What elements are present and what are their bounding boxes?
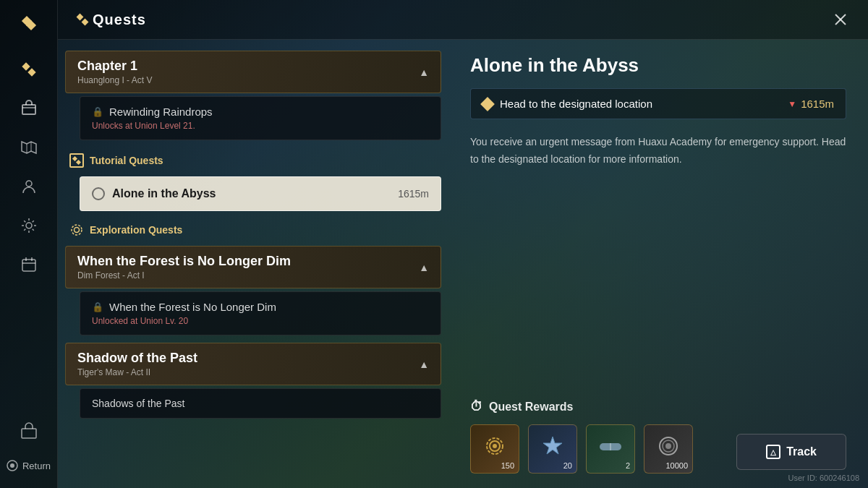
quest-item-alone-abyss[interactable]: Alone in the Abyss 1615m: [80, 176, 441, 211]
chapter-info-shadow: Shadow of the Past Tiger's Maw - Act II: [77, 351, 419, 377]
quest-item-shadows-past[interactable]: Shadows of the Past: [80, 388, 441, 419]
svg-marker-29: [543, 437, 562, 454]
chapter-group-shadow: Shadow of the Past Tiger's Maw - Act II …: [65, 343, 441, 419]
svg-rect-11: [22, 260, 35, 271]
svg-point-28: [493, 444, 497, 448]
sidebar-logo: [13, 7, 45, 39]
lock-icon-forest: 🔒: [92, 301, 103, 312]
distance-arrow-icon: ▼: [788, 99, 796, 109]
header-title: Quests: [93, 12, 146, 28]
svg-rect-4: [22, 105, 35, 114]
svg-rect-2: [22, 62, 30, 70]
header-gem-icon: [72, 9, 93, 30]
track-button[interactable]: △ Track: [736, 434, 846, 470]
reward-icon-2: [598, 437, 623, 460]
track-button-icon: △: [766, 445, 780, 459]
sidebar-item-guild[interactable]: [13, 93, 45, 124]
sidebar-item-character[interactable]: [13, 171, 45, 202]
quest-name-alone-abyss: Alone in the Abyss: [112, 187, 216, 200]
sidebar-item-events[interactable]: [13, 249, 45, 281]
svg-point-17: [10, 463, 14, 468]
quest-list-panel: Chapter 1 Huanglong I - Act V ▲ 🔒 Rewind…: [58, 40, 448, 488]
close-button[interactable]: [827, 7, 854, 33]
chapter-group-1: Chapter 1 Huanglong I - Act V ▲ 🔒 Rewind…: [65, 51, 441, 140]
quest-detail-panel: Alone in the Abyss Head to the designate…: [448, 40, 868, 488]
quest-name-shadows-past: Shadows of the Past: [92, 398, 184, 409]
return-button[interactable]: Return: [1, 454, 56, 477]
quest-distance-alone-abyss: 1615m: [398, 188, 429, 200]
svg-rect-23: [76, 160, 81, 165]
reward-item-3: 10000: [644, 424, 693, 474]
chapter-header-shadow[interactable]: Shadow of the Past Tiger's Maw - Act II …: [65, 343, 441, 385]
objective-distance-value: 1615m: [801, 98, 834, 110]
main-content: Chapter 1 Huanglong I - Act V ▲ 🔒 Rewind…: [58, 40, 868, 488]
exploration-section-icon: [69, 223, 84, 237]
svg-rect-3: [27, 68, 35, 76]
svg-rect-18: [77, 14, 84, 21]
reward-icon-1: [540, 434, 565, 463]
tutorial-section-icon: [69, 153, 84, 168]
quest-detail-title: Alone in the Abyss: [470, 54, 846, 77]
chapter-subtitle-forest: Dim Forest - Act I: [77, 270, 419, 281]
tutorial-section-label-text: Tutorial Quests: [90, 155, 163, 166]
chapter-subtitle-1: Huanglong I - Act V: [77, 75, 419, 85]
lock-icon-1: 🔒: [92, 106, 103, 117]
quest-circle-icon-abyss: [92, 187, 105, 200]
chapter-header-forest[interactable]: When the Forest is No Longer Dim Dim For…: [65, 246, 441, 288]
svg-point-10: [26, 223, 32, 228]
reward-icon-3: [656, 434, 681, 463]
user-id-display: User ID: 600246108: [788, 474, 859, 482]
exploration-quests-section-label: Exploration Quests: [65, 217, 441, 243]
reward-icon-0: [482, 434, 507, 463]
reward-count-3: 10000: [665, 461, 688, 470]
quest-name-rewinding-raindrops: Rewinding Raindrops: [109, 106, 213, 118]
track-button-label: Track: [786, 445, 817, 458]
svg-point-9: [26, 181, 32, 187]
reward-count-1: 20: [563, 461, 572, 470]
sidebar-item-settings[interactable]: [13, 210, 45, 241]
quest-objective-bar: Head to the designated location ▼ 1615m: [470, 88, 846, 119]
chapter-chevron-1: ▲: [419, 67, 429, 78]
sidebar-item-inventory[interactable]: [13, 415, 45, 447]
svg-rect-19: [82, 19, 89, 26]
chapter-title-forest: When the Forest is No Longer Dim: [77, 254, 419, 269]
sidebar-bottom: Return: [0, 415, 57, 488]
svg-point-25: [72, 225, 82, 235]
quest-unlock-forest-dim: Unlocked at Union Lv. 20: [92, 316, 429, 326]
objective-diamond-icon: [480, 97, 495, 111]
chapter-chevron-shadow: ▲: [419, 359, 429, 370]
svg-rect-22: [72, 156, 77, 161]
chapter-info-1: Chapter 1 Huanglong I - Act V: [77, 59, 419, 85]
quest-item-forest-dim[interactable]: 🔒 When the Forest is No Longer Dim Unloc…: [80, 291, 441, 335]
chapter-chevron-forest: ▲: [419, 262, 429, 273]
reward-count-2: 2: [626, 461, 630, 470]
quest-objective-distance: ▼ 1615m: [788, 98, 834, 110]
return-label: Return: [22, 461, 51, 471]
svg-marker-6: [22, 142, 36, 153]
chapter-info-forest: When the Forest is No Longer Dim Dim For…: [77, 254, 419, 281]
svg-point-34: [665, 443, 671, 449]
reward-item-1: 20: [528, 424, 577, 474]
chapter-title-shadow: Shadow of the Past: [77, 351, 419, 366]
sidebar: Return: [0, 0, 58, 488]
chapter-title-1: Chapter 1: [77, 59, 419, 74]
tutorial-quests-section-label: Tutorial Quests: [65, 147, 441, 174]
rewards-icon: ⏱: [470, 399, 483, 414]
quest-detail-description: You receive an urgent message from Huaxu…: [470, 134, 846, 168]
quest-name-forest-dim: When the Forest is No Longer Dim: [109, 301, 276, 313]
reward-count-0: 150: [501, 461, 514, 470]
chapter-header-1[interactable]: Chapter 1 Huanglong I - Act V ▲: [65, 51, 441, 93]
quest-objective-text: Head to the designated location: [500, 98, 652, 110]
quest-unlock-rewinding-raindrops: Unlocks at Union Level 21.: [92, 121, 429, 131]
chapter-subtitle-shadow: Tiger's Maw - Act II: [77, 367, 419, 377]
rewards-title-text: Quest Rewards: [489, 401, 573, 414]
svg-rect-15: [22, 429, 36, 438]
quest-item-rewinding-raindrops[interactable]: 🔒 Rewinding Raindrops Unlocks at Union L…: [80, 96, 441, 140]
exploration-section-label-text: Exploration Quests: [90, 224, 182, 236]
svg-point-24: [75, 228, 80, 233]
reward-item-0: 150: [470, 424, 519, 474]
sidebar-item-quests[interactable]: [13, 53, 45, 85]
header: Quests: [58, 0, 868, 40]
reward-item-2: 2: [586, 424, 635, 474]
sidebar-item-map[interactable]: [13, 132, 45, 163]
